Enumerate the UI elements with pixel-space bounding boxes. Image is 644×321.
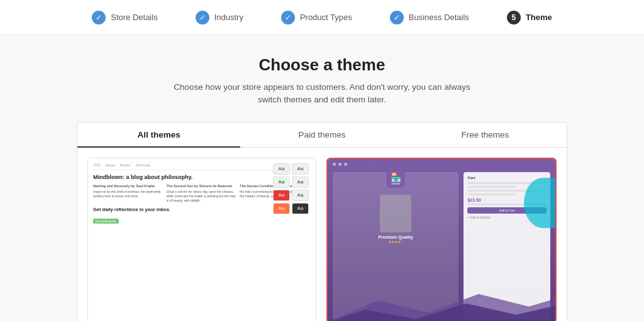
sf-cyan-decoration — [524, 178, 555, 228]
tt3-grid-item: Naming and Necessity by Saul Kripke Impe… — [93, 184, 164, 204]
tabs-header: All themes Paid themes Free themes — [77, 122, 567, 148]
step-number: 5 — [507, 11, 521, 24]
theme-card-twenty-twenty-three: TFS About Books All Posts Mindblown: a b… — [87, 158, 316, 322]
sf-star-rating: ★★★★☆ — [336, 239, 455, 244]
sf-dot — [333, 163, 336, 166]
check-icon: ✓ — [390, 11, 404, 24]
font-swatch: Aa — [292, 177, 309, 188]
sf-dot — [344, 163, 347, 166]
tab-paid-themes[interactable]: Paid themes — [240, 122, 403, 147]
check-icon: ✓ — [92, 11, 106, 24]
tt3-grid-item: The Second Sex by Simone de Beauvoir Cha… — [167, 184, 238, 204]
tt3-badge: join mailing list — [93, 219, 119, 224]
sf-dot — [338, 163, 341, 166]
font-swatch: Aa — [273, 163, 290, 175]
nav-step-label: Industry — [214, 13, 243, 22]
tt3-font-swatches: Aa Aa Aa Aa Aa Aa Aa Aa — [273, 163, 311, 214]
theme-preview-storefront: 🏪 OPEN Premium Quality ★★★★☆ Cart — [328, 159, 555, 322]
sf-info-line-short — [467, 186, 514, 188]
font-swatch: Aa — [292, 190, 309, 201]
nav-step-label: Business Details — [409, 13, 469, 22]
check-icon: ✓ — [281, 11, 295, 24]
sf-mountains-svg — [328, 291, 555, 322]
nav-step-product-types[interactable]: ✓ Product Types — [281, 11, 352, 24]
tab-free-themes[interactable]: Free themes — [404, 122, 567, 147]
sf-quality-text: Premium Quality — [336, 235, 455, 239]
theme-card-storefront: 🏪 OPEN Premium Quality ★★★★☆ Cart — [326, 158, 557, 322]
sf-cart-title: Cart — [467, 176, 547, 180]
nav-step-theme[interactable]: 5 Theme — [507, 11, 552, 24]
check-icon: ✓ — [196, 11, 209, 24]
themes-container: All themes Paid themes Free themes TFS A… — [77, 122, 567, 322]
main-content: Choose a theme Choose how your store app… — [0, 35, 644, 321]
font-swatch: Aa — [292, 203, 309, 214]
font-swatch: Aa — [273, 203, 290, 214]
product-image-placeholder — [380, 195, 411, 232]
page-title: Choose a theme — [259, 55, 386, 75]
nav-step-label: Product Types — [300, 13, 352, 22]
step-nav: ✓ Store Details ✓ Industry ✓ Product Typ… — [0, 0, 644, 35]
theme-preview-tt3: TFS About Books All Posts Mindblown: a b… — [88, 158, 316, 322]
nav-step-label: Theme — [526, 13, 552, 22]
store-open-icon: 🏪 — [391, 172, 401, 182]
nav-step-industry[interactable]: ✓ Industry — [196, 11, 243, 24]
font-swatch: Aa — [292, 163, 309, 175]
themes-grid: TFS About Books All Posts Mindblown: a b… — [77, 148, 567, 322]
nav-step-business-details[interactable]: ✓ Business Details — [390, 11, 469, 24]
nav-step-store-details[interactable]: ✓ Store Details — [92, 11, 157, 24]
font-swatch: Aa — [273, 190, 290, 201]
sf-info-line-short — [467, 193, 514, 195]
page-subtitle: Choose how your store appears to custome… — [174, 81, 470, 107]
sf-open-badge: 🏪 OPEN — [387, 170, 405, 188]
sf-top-bar — [328, 159, 555, 170]
nav-step-label: Store Details — [111, 13, 157, 22]
font-swatch: Aa — [273, 177, 290, 188]
tab-all-themes[interactable]: All themes — [77, 122, 240, 147]
